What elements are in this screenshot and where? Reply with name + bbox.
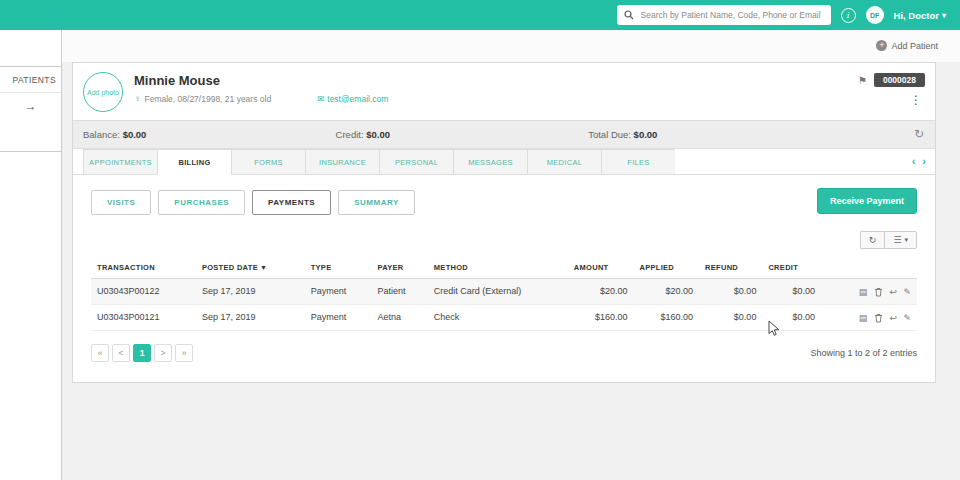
undo-icon[interactable]: ↩	[889, 287, 897, 297]
col-refund: REFUND	[699, 257, 762, 279]
tab-personal[interactable]: PERSONAL	[379, 149, 453, 174]
page-1-button[interactable]: 1	[133, 344, 151, 362]
refresh-icon: ↻	[869, 235, 877, 245]
list-icon: ☰	[893, 235, 901, 245]
subtab-payments[interactable]: PAYMENTS	[252, 190, 331, 215]
page-prev-button[interactable]: <	[112, 344, 130, 362]
col-amount: AMOUNT	[568, 257, 634, 279]
sidebar: PATIENTS →	[0, 30, 62, 480]
balance-bar: Balance: $0.00 Credit: $0.00 Total Due: …	[73, 120, 935, 149]
cell-type: Payment	[305, 279, 372, 305]
col-posted-date[interactable]: POSTED DATE▼	[196, 257, 305, 279]
delete-icon[interactable]	[874, 312, 883, 323]
tab-billing[interactable]: BILLING	[157, 149, 231, 175]
col-credit: CREDIT	[762, 257, 821, 279]
expand-arrow-icon[interactable]: →	[0, 93, 61, 119]
sort-desc-icon: ▼	[260, 264, 267, 271]
row-actions: ▤ ↩ ✎	[821, 304, 917, 330]
tab-appointments[interactable]: APPOINTMENTS	[83, 149, 157, 174]
row-actions: ▤ ↩ ✎	[821, 279, 917, 305]
receipt-icon[interactable]: ▤	[859, 287, 868, 297]
page-last-button[interactable]: »	[175, 344, 193, 362]
table-refresh-button[interactable]: ↻	[860, 231, 885, 249]
table-row[interactable]: U03043P00122 Sep 17, 2019 Payment Patien…	[91, 279, 917, 305]
col-applied: APPLIED	[633, 257, 699, 279]
tab-messages[interactable]: MESSAGES	[453, 149, 527, 174]
search-input[interactable]	[639, 9, 824, 21]
avatar[interactable]: DF	[866, 6, 884, 24]
patients-panel: PATIENTS →	[0, 66, 61, 152]
cell-applied: $160.00	[633, 304, 699, 330]
pagination: « < 1 > »	[91, 344, 196, 362]
cell-transaction: U03043P00121	[91, 304, 196, 330]
cell-posted-date: Sep 17, 2019	[196, 279, 305, 305]
col-transaction: TRANSACTION	[91, 257, 196, 279]
receive-payment-button[interactable]: Receive Payment	[817, 188, 917, 214]
tab-files[interactable]: FILES	[601, 149, 675, 174]
cell-credit: $0.00	[762, 304, 821, 330]
subtab-purchases[interactable]: PURCHASES	[158, 190, 245, 215]
cell-method: Credit Card (External)	[428, 279, 568, 305]
subtab-visits[interactable]: VISITS	[91, 190, 151, 215]
tab-insurance[interactable]: INSURANCE	[305, 149, 379, 174]
chevron-down-icon: ▾	[904, 236, 908, 244]
table-toolbar: ↻ ☰ ▾	[91, 231, 917, 249]
cell-method: Check	[428, 304, 568, 330]
delete-icon[interactable]	[874, 286, 883, 297]
user-greeting: Hi, Doctor	[894, 10, 939, 21]
flag-icon[interactable]: ⚑	[858, 75, 867, 86]
undo-icon[interactable]: ↩	[889, 313, 897, 323]
patient-name: Minnie Mouse	[134, 73, 388, 88]
cell-type: Payment	[305, 304, 372, 330]
patient-header: Add photo Minnie Mouse ♀ Female, 08/27/1…	[73, 63, 935, 120]
add-patient-label: Add Patient	[891, 41, 938, 51]
subtab-summary[interactable]: SUMMARY	[338, 190, 415, 215]
balance-amount: Balance: $0.00	[83, 129, 336, 140]
cell-refund: $0.00	[699, 304, 762, 330]
tabs-scroll-left-icon[interactable]: ‹	[912, 155, 916, 167]
page-first-button[interactable]: «	[91, 344, 109, 362]
cell-posted-date: Sep 17, 2019	[196, 304, 305, 330]
topbar: i DF Hi, Doctor ▾	[0, 0, 960, 30]
cell-payer: Patient	[371, 279, 427, 305]
patient-tabs: APPOINTMENTS BILLING FORMS INSURANCE PER…	[73, 149, 935, 175]
plus-icon: +	[876, 40, 887, 51]
user-menu[interactable]: Hi, Doctor ▾	[894, 10, 946, 21]
cell-applied: $20.00	[633, 279, 699, 305]
tab-medical[interactable]: MEDICAL	[527, 149, 601, 174]
mail-icon: ✉	[317, 94, 324, 104]
chevron-down-icon: ▾	[942, 11, 946, 20]
receipt-icon[interactable]: ▤	[859, 313, 868, 323]
col-payer: PAYER	[371, 257, 427, 279]
column-options-button[interactable]: ☰ ▾	[884, 231, 917, 249]
cell-refund: $0.00	[699, 279, 762, 305]
page-next-button[interactable]: >	[154, 344, 172, 362]
payments-table: TRANSACTION POSTED DATE▼ TYPE PAYER METH…	[91, 257, 917, 331]
cell-amount: $20.00	[568, 279, 634, 305]
tab-forms[interactable]: FORMS	[231, 149, 305, 174]
cell-amount: $160.00	[568, 304, 634, 330]
add-photo-button[interactable]: Add photo	[83, 72, 123, 112]
edit-icon[interactable]: ✎	[903, 313, 911, 323]
patient-email[interactable]: ✉ test@email.com	[317, 94, 388, 104]
col-type: TYPE	[305, 257, 372, 279]
table-header-row: TRANSACTION POSTED DATE▼ TYPE PAYER METH…	[91, 257, 917, 279]
cell-credit: $0.00	[762, 279, 821, 305]
search-icon	[624, 10, 634, 20]
table-row[interactable]: U03043P00121 Sep 17, 2019 Payment Aetna …	[91, 304, 917, 330]
sidebar-title-patients: PATIENTS	[0, 67, 61, 93]
search-box[interactable]	[617, 5, 831, 25]
more-options-icon[interactable]: ⋮	[910, 93, 922, 107]
tabs-scroll-right-icon[interactable]: ›	[922, 155, 926, 167]
patient-card: Add photo Minnie Mouse ♀ Female, 08/27/1…	[72, 62, 936, 383]
add-patient-button[interactable]: + Add Patient	[876, 40, 938, 51]
credit-amount: Credit: $0.00	[336, 129, 589, 140]
header-strip: + Add Patient	[0, 30, 960, 62]
billing-subtabs: VISITS PURCHASES PAYMENTS SUMMARY Receiv…	[91, 190, 917, 215]
cell-transaction: U03043P00122	[91, 279, 196, 305]
info-icon[interactable]: i	[841, 8, 856, 23]
cell-payer: Aetna	[371, 304, 427, 330]
refresh-icon[interactable]: ↻	[914, 127, 924, 141]
billing-panel: VISITS PURCHASES PAYMENTS SUMMARY Receiv…	[73, 175, 935, 382]
edit-icon[interactable]: ✎	[903, 287, 911, 297]
